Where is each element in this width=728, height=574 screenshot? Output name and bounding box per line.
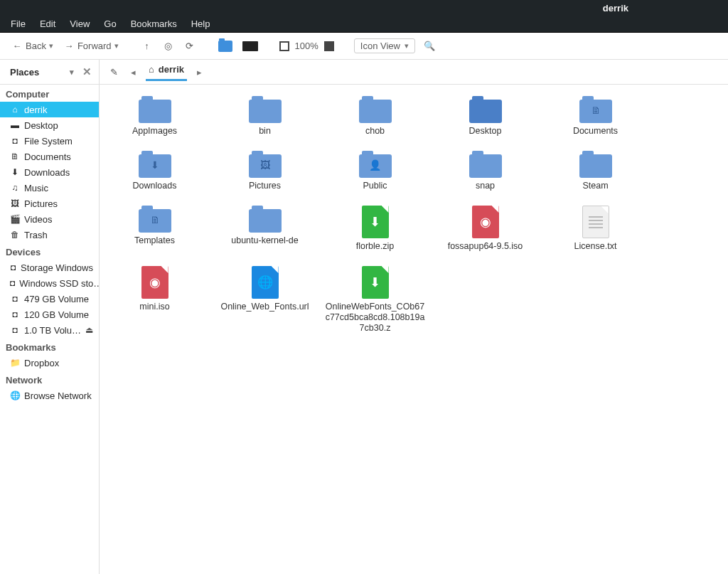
menu-view[interactable]: View — [63, 16, 96, 31]
sidebar-item-120-gb-volume[interactable]: ◘120 GB Volume — [0, 307, 99, 322]
sidebar: Places ▾ ✕ Computer⌂derrik▬Desktop◘File … — [0, 60, 100, 574]
file-onlinewebfonts-cob67c77cd5bca8cd8-108b19a7cb30-z[interactable]: ⬇OnlineWebFonts_COb67c77cd5bca8cd8.108b1… — [320, 263, 430, 345]
folder-icon: ⬇ — [139, 151, 171, 178]
sidebar-item-storage-windows[interactable]: ◘Storage Windows — [0, 260, 99, 275]
menu-go[interactable]: Go — [97, 16, 122, 31]
folder-pictures[interactable]: 🖼Pictures — [210, 148, 320, 203]
edit-path-button[interactable]: ✎ — [107, 65, 121, 79]
path-segment-home[interactable]: ⌂ derrik — [146, 63, 187, 81]
file-florble-zip[interactable]: ⬇florble.zip — [320, 203, 430, 263]
sidebar-item-label: Dropbox — [24, 358, 59, 368]
folder-steam[interactable]: Steam — [540, 148, 651, 203]
sidebar-section-devices: Devices — [0, 243, 99, 260]
menu-help[interactable]: Help — [185, 16, 217, 31]
folder-icon: 👤 — [359, 151, 392, 178]
home-icon: ⌂ — [10, 105, 20, 115]
folder-icon — [249, 96, 282, 123]
up-button[interactable]: ↑ — [140, 38, 154, 54]
grid-item-label: Pictures — [249, 181, 281, 191]
reload-button[interactable]: ⟳ — [183, 38, 197, 54]
computer-button[interactable] — [241, 39, 259, 53]
folder-bin[interactable]: bin — [210, 93, 320, 148]
sidebar-item-pictures[interactable]: 🖼Pictures — [0, 196, 99, 211]
zoom-value: 100% — [295, 41, 318, 51]
zip-file-icon: ⬇ — [362, 206, 389, 238]
chevron-down-icon: ▾ — [405, 41, 409, 51]
target-icon: ◎ — [163, 41, 174, 52]
back-button[interactable]: ← Back ▾ — [10, 38, 55, 54]
icon-grid[interactable]: AppImagesbinchobDesktop🗎Documents⬇Downlo… — [100, 85, 728, 345]
sidebar-item-label: Storage Windows — [21, 262, 93, 273]
zoom-out-button[interactable] — [279, 41, 289, 51]
sidebar-item-label: Videos — [24, 214, 53, 225]
folder-icon — [139, 96, 171, 123]
zoom-in-button[interactable] — [324, 41, 334, 51]
toolbar: ← Back ▾ → Forward ▾ ↑ ◎ ⟳ 100% Icon Vie… — [0, 33, 728, 60]
sidebar-item-music[interactable]: ♫Music — [0, 180, 99, 196]
back-icon: ← — [11, 41, 23, 52]
menu-bookmarks[interactable]: Bookmarks — [124, 16, 183, 31]
grid-item-label: Steam — [582, 181, 608, 191]
folder-templates[interactable]: 🗎Templates — [100, 203, 210, 263]
file-online-web-fonts-url[interactable]: 🌐Online_Web_Fonts.url — [210, 263, 320, 345]
window-titlebar: derrik — [0, 0, 728, 16]
window-title: derrik — [603, 3, 628, 14]
file-mini-iso[interactable]: ◉mini.iso — [100, 263, 210, 345]
grid-item-label: ubuntu-kernel-de — [231, 235, 299, 246]
sidebar-item-file-system[interactable]: ◘File System — [0, 133, 99, 149]
chevron-down-icon[interactable]: ▾ — [114, 41, 119, 51]
sidebar-item-videos[interactable]: 🎬Videos — [0, 211, 99, 227]
sidebar-section-bookmarks: Bookmarks — [0, 338, 99, 355]
sidebar-item-windows-ssd-sto-[interactable]: ◘Windows SSD sto… — [0, 275, 99, 291]
sidebar-item-1-0-tb-volu-[interactable]: ◘1.0 TB Volu…⏏ — [0, 322, 99, 338]
disk-icon: ◘ — [10, 325, 20, 335]
sidebar-item-desktop[interactable]: ▬Desktop — [0, 117, 99, 133]
sidebar-item-label: Trash — [24, 230, 48, 240]
sidebar-item-browse-network[interactable]: 🌐Browse Network — [0, 388, 99, 403]
folder-downloads[interactable]: ⬇Downloads — [100, 148, 210, 203]
sidebar-item-dropbox[interactable]: 📁Dropbox — [0, 355, 99, 371]
folder-chob[interactable]: chob — [320, 93, 430, 148]
menu-file[interactable]: File — [4, 16, 32, 31]
folder-public[interactable]: 👤Public — [320, 148, 430, 203]
chevron-down-icon[interactable]: ▾ — [70, 68, 74, 77]
sidebar-item-479-gb-volume[interactable]: ◘479 GB Volume — [0, 291, 99, 307]
content: Places ▾ ✕ Computer⌂derrik▬Desktop◘File … — [0, 60, 728, 574]
folder-appimages[interactable]: AppImages — [100, 93, 210, 148]
sidebar-item-documents[interactable]: 🗎Documents — [0, 149, 99, 164]
sidebar-close-button[interactable]: ✕ — [82, 65, 92, 78]
grid-item-label: bin — [259, 126, 271, 137]
trash-icon: 🗑 — [10, 230, 20, 240]
folder-desktop[interactable]: Desktop — [430, 93, 540, 148]
path-previous-button[interactable]: ◂ — [131, 67, 136, 78]
stop-button[interactable]: ◎ — [161, 38, 176, 54]
grid-item-label: fossapup64-9.5.iso — [448, 241, 523, 252]
monitor-icon — [242, 41, 258, 51]
menu-edit[interactable]: Edit — [33, 16, 62, 31]
file-fossapup64-9-5-iso[interactable]: ◉fossapup64-9.5.iso — [430, 203, 540, 263]
pic-icon: 🖼 — [10, 198, 20, 208]
forward-label: Forward — [77, 41, 112, 51]
view-mode-select[interactable]: Icon View ▾ — [354, 38, 415, 53]
arrow-up-icon: ↑ — [141, 41, 153, 52]
forward-button[interactable]: → Forward ▾ — [62, 38, 120, 54]
search-button[interactable]: 🔍 — [422, 38, 437, 54]
folder-documents[interactable]: 🗎Documents — [540, 93, 651, 148]
sidebar-item-derrik[interactable]: ⌂derrik — [0, 102, 99, 117]
sidebar-item-downloads[interactable]: ⬇Downloads — [0, 164, 99, 180]
eject-icon[interactable]: ⏏ — [85, 325, 93, 335]
grid-item-label: Downloads — [133, 181, 177, 191]
file-license-txt[interactable]: License.txt — [540, 203, 651, 263]
desktop-icon: ▬ — [10, 120, 20, 130]
folder-ubuntu-kernel-de[interactable]: ubuntu-kernel-de — [210, 203, 320, 263]
grid-item-label: Desktop — [469, 126, 502, 137]
chevron-down-icon[interactable]: ▾ — [49, 41, 53, 51]
sidebar-item-trash[interactable]: 🗑Trash — [0, 227, 99, 243]
folder-snap[interactable]: snap — [430, 148, 540, 203]
back-label: Back — [26, 41, 46, 51]
sidebar-title: Places — [10, 67, 39, 78]
path-next-button[interactable]: ▸ — [197, 67, 202, 78]
forward-icon: → — [63, 41, 75, 52]
sidebar-item-label: File System — [24, 136, 73, 147]
home-button[interactable] — [217, 38, 234, 54]
